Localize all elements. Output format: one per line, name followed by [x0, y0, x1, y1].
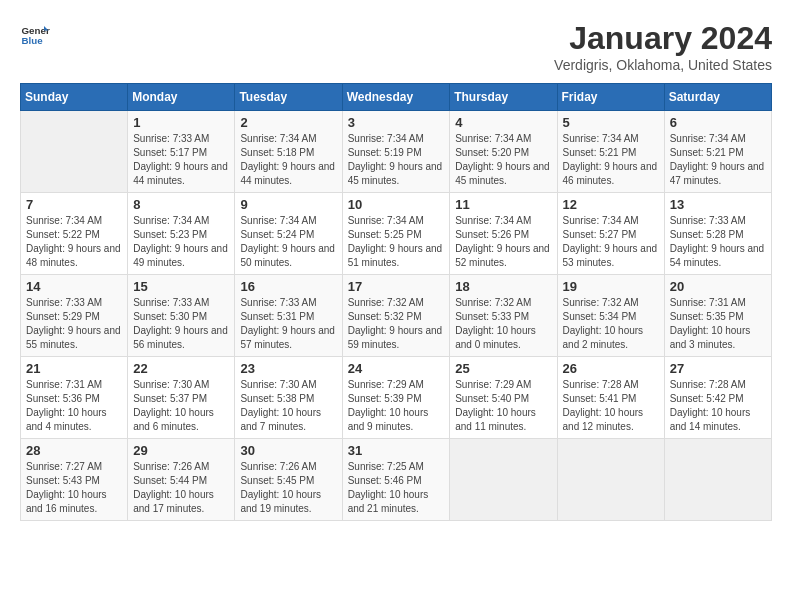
- day-info: Sunrise: 7:29 AMSunset: 5:39 PMDaylight:…: [348, 379, 429, 432]
- calendar-cell: 28 Sunrise: 7:27 AMSunset: 5:43 PMDaylig…: [21, 439, 128, 521]
- day-info: Sunrise: 7:26 AMSunset: 5:45 PMDaylight:…: [240, 461, 321, 514]
- calendar-cell: 15 Sunrise: 7:33 AMSunset: 5:30 PMDaylig…: [128, 275, 235, 357]
- calendar-cell: 8 Sunrise: 7:34 AMSunset: 5:23 PMDayligh…: [128, 193, 235, 275]
- day-number: 1: [133, 115, 229, 130]
- calendar-cell: [21, 111, 128, 193]
- day-info: Sunrise: 7:34 AMSunset: 5:26 PMDaylight:…: [455, 215, 550, 268]
- day-info: Sunrise: 7:31 AMSunset: 5:36 PMDaylight:…: [26, 379, 107, 432]
- day-info: Sunrise: 7:29 AMSunset: 5:40 PMDaylight:…: [455, 379, 536, 432]
- day-info: Sunrise: 7:34 AMSunset: 5:19 PMDaylight:…: [348, 133, 443, 186]
- calendar-cell: [664, 439, 771, 521]
- day-number: 19: [563, 279, 659, 294]
- day-number: 28: [26, 443, 122, 458]
- day-info: Sunrise: 7:26 AMSunset: 5:44 PMDaylight:…: [133, 461, 214, 514]
- page-header: General Blue January 2024 Verdigris, Okl…: [20, 20, 772, 73]
- col-header-wednesday: Wednesday: [342, 84, 450, 111]
- calendar-cell: 6 Sunrise: 7:34 AMSunset: 5:21 PMDayligh…: [664, 111, 771, 193]
- calendar-cell: 25 Sunrise: 7:29 AMSunset: 5:40 PMDaylig…: [450, 357, 557, 439]
- day-info: Sunrise: 7:33 AMSunset: 5:17 PMDaylight:…: [133, 133, 228, 186]
- calendar-cell: 5 Sunrise: 7:34 AMSunset: 5:21 PMDayligh…: [557, 111, 664, 193]
- logo-icon: General Blue: [20, 20, 50, 50]
- day-number: 14: [26, 279, 122, 294]
- day-number: 29: [133, 443, 229, 458]
- calendar-cell: 1 Sunrise: 7:33 AMSunset: 5:17 PMDayligh…: [128, 111, 235, 193]
- day-info: Sunrise: 7:34 AMSunset: 5:25 PMDaylight:…: [348, 215, 443, 268]
- calendar-cell: 19 Sunrise: 7:32 AMSunset: 5:34 PMDaylig…: [557, 275, 664, 357]
- day-number: 8: [133, 197, 229, 212]
- calendar-week-2: 7 Sunrise: 7:34 AMSunset: 5:22 PMDayligh…: [21, 193, 772, 275]
- day-number: 9: [240, 197, 336, 212]
- calendar-cell: [450, 439, 557, 521]
- col-header-friday: Friday: [557, 84, 664, 111]
- calendar-week-3: 14 Sunrise: 7:33 AMSunset: 5:29 PMDaylig…: [21, 275, 772, 357]
- day-number: 4: [455, 115, 551, 130]
- calendar-cell: 27 Sunrise: 7:28 AMSunset: 5:42 PMDaylig…: [664, 357, 771, 439]
- day-info: Sunrise: 7:34 AMSunset: 5:21 PMDaylight:…: [563, 133, 658, 186]
- calendar-cell: 9 Sunrise: 7:34 AMSunset: 5:24 PMDayligh…: [235, 193, 342, 275]
- calendar-cell: 21 Sunrise: 7:31 AMSunset: 5:36 PMDaylig…: [21, 357, 128, 439]
- day-info: Sunrise: 7:27 AMSunset: 5:43 PMDaylight:…: [26, 461, 107, 514]
- day-info: Sunrise: 7:33 AMSunset: 5:28 PMDaylight:…: [670, 215, 765, 268]
- day-number: 21: [26, 361, 122, 376]
- calendar-cell: 10 Sunrise: 7:34 AMSunset: 5:25 PMDaylig…: [342, 193, 450, 275]
- day-info: Sunrise: 7:34 AMSunset: 5:27 PMDaylight:…: [563, 215, 658, 268]
- day-number: 12: [563, 197, 659, 212]
- day-info: Sunrise: 7:32 AMSunset: 5:32 PMDaylight:…: [348, 297, 443, 350]
- day-info: Sunrise: 7:28 AMSunset: 5:41 PMDaylight:…: [563, 379, 644, 432]
- day-number: 27: [670, 361, 766, 376]
- title-section: January 2024 Verdigris, Oklahoma, United…: [554, 20, 772, 73]
- day-number: 2: [240, 115, 336, 130]
- day-number: 18: [455, 279, 551, 294]
- day-info: Sunrise: 7:25 AMSunset: 5:46 PMDaylight:…: [348, 461, 429, 514]
- day-info: Sunrise: 7:34 AMSunset: 5:18 PMDaylight:…: [240, 133, 335, 186]
- col-header-monday: Monday: [128, 84, 235, 111]
- day-number: 17: [348, 279, 445, 294]
- day-info: Sunrise: 7:33 AMSunset: 5:29 PMDaylight:…: [26, 297, 121, 350]
- day-number: 31: [348, 443, 445, 458]
- day-number: 23: [240, 361, 336, 376]
- col-header-sunday: Sunday: [21, 84, 128, 111]
- day-info: Sunrise: 7:34 AMSunset: 5:21 PMDaylight:…: [670, 133, 765, 186]
- calendar-cell: 2 Sunrise: 7:34 AMSunset: 5:18 PMDayligh…: [235, 111, 342, 193]
- calendar-cell: 7 Sunrise: 7:34 AMSunset: 5:22 PMDayligh…: [21, 193, 128, 275]
- calendar-cell: 18 Sunrise: 7:32 AMSunset: 5:33 PMDaylig…: [450, 275, 557, 357]
- day-number: 25: [455, 361, 551, 376]
- day-number: 5: [563, 115, 659, 130]
- day-info: Sunrise: 7:30 AMSunset: 5:38 PMDaylight:…: [240, 379, 321, 432]
- calendar-cell: 31 Sunrise: 7:25 AMSunset: 5:46 PMDaylig…: [342, 439, 450, 521]
- day-number: 13: [670, 197, 766, 212]
- day-number: 26: [563, 361, 659, 376]
- col-header-thursday: Thursday: [450, 84, 557, 111]
- col-header-tuesday: Tuesday: [235, 84, 342, 111]
- calendar-week-1: 1 Sunrise: 7:33 AMSunset: 5:17 PMDayligh…: [21, 111, 772, 193]
- calendar-cell: 20 Sunrise: 7:31 AMSunset: 5:35 PMDaylig…: [664, 275, 771, 357]
- calendar-cell: 11 Sunrise: 7:34 AMSunset: 5:26 PMDaylig…: [450, 193, 557, 275]
- day-info: Sunrise: 7:32 AMSunset: 5:34 PMDaylight:…: [563, 297, 644, 350]
- day-number: 7: [26, 197, 122, 212]
- calendar-table: SundayMondayTuesdayWednesdayThursdayFrid…: [20, 83, 772, 521]
- calendar-cell: 12 Sunrise: 7:34 AMSunset: 5:27 PMDaylig…: [557, 193, 664, 275]
- calendar-cell: 29 Sunrise: 7:26 AMSunset: 5:44 PMDaylig…: [128, 439, 235, 521]
- calendar-cell: 14 Sunrise: 7:33 AMSunset: 5:29 PMDaylig…: [21, 275, 128, 357]
- header-row: SundayMondayTuesdayWednesdayThursdayFrid…: [21, 84, 772, 111]
- page-title: January 2024: [554, 20, 772, 57]
- day-info: Sunrise: 7:33 AMSunset: 5:30 PMDaylight:…: [133, 297, 228, 350]
- day-info: Sunrise: 7:32 AMSunset: 5:33 PMDaylight:…: [455, 297, 536, 350]
- day-number: 6: [670, 115, 766, 130]
- day-info: Sunrise: 7:30 AMSunset: 5:37 PMDaylight:…: [133, 379, 214, 432]
- calendar-week-4: 21 Sunrise: 7:31 AMSunset: 5:36 PMDaylig…: [21, 357, 772, 439]
- day-number: 10: [348, 197, 445, 212]
- page-subtitle: Verdigris, Oklahoma, United States: [554, 57, 772, 73]
- day-number: 24: [348, 361, 445, 376]
- calendar-week-5: 28 Sunrise: 7:27 AMSunset: 5:43 PMDaylig…: [21, 439, 772, 521]
- calendar-cell: 30 Sunrise: 7:26 AMSunset: 5:45 PMDaylig…: [235, 439, 342, 521]
- calendar-cell: 24 Sunrise: 7:29 AMSunset: 5:39 PMDaylig…: [342, 357, 450, 439]
- day-info: Sunrise: 7:31 AMSunset: 5:35 PMDaylight:…: [670, 297, 751, 350]
- day-number: 20: [670, 279, 766, 294]
- day-number: 15: [133, 279, 229, 294]
- calendar-cell: 17 Sunrise: 7:32 AMSunset: 5:32 PMDaylig…: [342, 275, 450, 357]
- calendar-cell: 22 Sunrise: 7:30 AMSunset: 5:37 PMDaylig…: [128, 357, 235, 439]
- calendar-cell: 3 Sunrise: 7:34 AMSunset: 5:19 PMDayligh…: [342, 111, 450, 193]
- col-header-saturday: Saturday: [664, 84, 771, 111]
- day-number: 11: [455, 197, 551, 212]
